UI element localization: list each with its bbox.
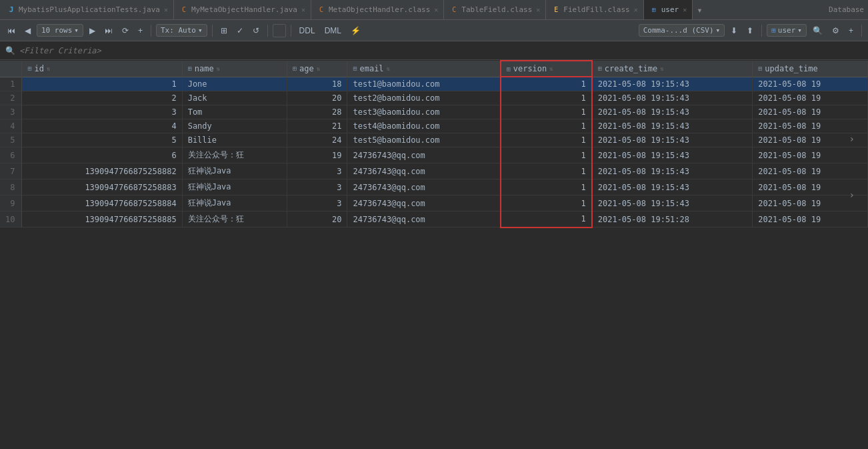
first-page-btn[interactable]: ⏮ [4, 25, 19, 37]
add-btn2[interactable]: + [845, 25, 857, 37]
col-header-email[interactable]: ⊞ email ⇅ [347, 61, 501, 77]
tx-dropdown[interactable]: Tx: Auto ▾ [156, 24, 207, 37]
row-number: 8 [0, 179, 22, 195]
cell-name: 关注公众号：狂 [182, 211, 287, 228]
next-page-btn[interactable]: ▶ [86, 25, 99, 37]
class-icon: C [449, 5, 459, 15]
data-table-container: ⊞ id ⇅ ⊞ name ⇅ ⊞ [0, 60, 868, 449]
sort-icon[interactable]: ⇅ [660, 65, 663, 72]
row-number: 2 [0, 91, 22, 105]
table-dropdown[interactable]: ⊞ user ▾ [767, 24, 807, 37]
separator [267, 25, 268, 37]
col-label: update_time [765, 64, 817, 73]
check-btn[interactable]: ✓ [233, 25, 247, 37]
cell-age: 19 [287, 147, 347, 163]
download-btn[interactable]: ⬇ [727, 25, 741, 37]
ddl-btn[interactable]: DDL [296, 25, 319, 37]
tab-label: MetaObjectHandler.class [329, 5, 430, 14]
cell-email: 24736743@qq.com [347, 211, 501, 228]
expand-right-icon2[interactable]: › [849, 189, 855, 200]
table-row: 1 1 Jone 18 test1@baomidou.com 1 2021-05… [0, 77, 868, 91]
cell-age: 20 [287, 211, 347, 228]
prev-page-btn[interactable]: ◀ [21, 25, 34, 37]
col-header-update-time[interactable]: ⊞ update_time [753, 61, 868, 77]
col-header-id[interactable]: ⊞ id ⇅ [22, 61, 182, 77]
last-page-btn[interactable]: ⏭ [101, 25, 116, 37]
cell-name: 狂神说Java [182, 195, 287, 211]
sort-icon[interactable]: ⇅ [47, 65, 50, 72]
sort-icon[interactable]: ⇅ [217, 65, 220, 72]
upload-btn[interactable]: ⬆ [743, 25, 757, 37]
cell-version: 1 [501, 133, 592, 147]
col-label: name [195, 64, 214, 73]
dropdown-arrow-icon: ▾ [198, 26, 203, 35]
sort-icon[interactable]: ⇅ [549, 65, 553, 72]
row-number: 6 [0, 147, 22, 163]
col-header-age[interactable]: ⊞ age ⇅ [287, 61, 347, 77]
tab-label: FieldFill.class [563, 5, 629, 14]
close-icon[interactable]: ✕ [301, 6, 305, 13]
cell-email: test2@baomidou.com [347, 91, 501, 105]
close-icon[interactable]: ✕ [434, 6, 438, 13]
query-icon[interactable]: ⚡ [347, 25, 364, 37]
cell-update-time: 2021-05-08 19 [753, 77, 868, 91]
cell-email: 24736743@qq.com [347, 179, 501, 195]
col-label: age [299, 64, 314, 73]
submit-btn[interactable]: ⊞ [217, 25, 231, 37]
separator [761, 25, 762, 37]
rows-dropdown[interactable]: 10 rows ▾ [37, 24, 83, 37]
cell-version: 1 [501, 147, 592, 163]
close-icon[interactable]: ✕ [634, 6, 638, 13]
tab-table-field[interactable]: C TableField.class ✕ [444, 0, 546, 19]
add-row-btn[interactable]: + [135, 25, 146, 37]
col-label: id [34, 64, 43, 73]
cell-id: 13909477668752588​85 [22, 211, 182, 228]
cell-age: 3 [287, 163, 347, 179]
tab-label: MybatisPlusApplicationTests.java [19, 5, 160, 14]
refresh-btn[interactable]: ⟳ [119, 25, 132, 37]
table-row: 3 3 Tom 28 test3@baomidou.com 1 2021-05-… [0, 105, 868, 119]
close-icon[interactable]: ✕ [683, 6, 687, 13]
cell-create-time: 2021-05-08 19:15:43 [592, 195, 753, 211]
zoom-btn[interactable]: 🔍 [809, 25, 826, 37]
cell-age: 3 [287, 195, 347, 211]
cell-update-time: 2021-05-08 19 [753, 211, 868, 228]
tab-user[interactable]: ⊞ user ✕ [644, 0, 693, 19]
tab-overflow-btn[interactable]: ▾ [693, 5, 706, 15]
cell-name: Jone [182, 77, 287, 91]
settings-btn[interactable]: ⚙ [829, 25, 843, 37]
expand-right-icon[interactable]: › [849, 133, 855, 144]
table-row: 4 4 Sandy 21 test4@baomidou.com 1 2021-0… [0, 119, 868, 133]
separator [212, 25, 213, 37]
filter-input[interactable] [19, 46, 121, 55]
col-type-icon: ⊞ [507, 65, 511, 73]
dml-btn[interactable]: DML [321, 25, 345, 37]
col-label: email [359, 64, 383, 73]
tab-meta-class[interactable]: C MetaObjectHandler.class ✕ [311, 0, 444, 19]
col-header-create-time[interactable]: ⊞ create_time ⇅ [592, 61, 753, 77]
col-type-icon: ⊞ [353, 65, 357, 72]
close-icon[interactable]: ✕ [536, 6, 540, 13]
sort-icon[interactable]: ⇅ [387, 65, 390, 72]
cell-email: test5@baomidou.com [347, 133, 501, 147]
col-header-name[interactable]: ⊞ name ⇅ [182, 61, 287, 77]
col-header-rownum [0, 61, 22, 77]
col-type-icon: ⊞ [27, 65, 31, 72]
cell-create-time: 2021-05-08 19:15:43 [592, 91, 753, 105]
side-panel-arrows: › › [849, 133, 855, 200]
cell-id: 4 [22, 119, 182, 133]
cell-version: 1 [501, 179, 592, 195]
tab-mybatis[interactable]: J MybatisPlusApplicationTests.java ✕ [1, 0, 174, 19]
col-header-version[interactable]: ⊞ version ⇅ [501, 61, 592, 77]
row-number: 10 [0, 211, 22, 228]
tab-meta-handler[interactable]: C MyMetaObjectHandler.java ✕ [174, 0, 311, 19]
cell-id: 13909477668752588​83 [22, 179, 182, 195]
cell-id: 13909477668752588​84 [22, 195, 182, 211]
export-dropdown[interactable]: Comma-...d (CSV) ▾ [639, 24, 725, 37]
tab-field-fill[interactable]: E FieldFill.class ✕ [546, 0, 643, 19]
close-icon[interactable]: ✕ [164, 6, 168, 13]
cell-age: 20 [287, 91, 347, 105]
rollback-btn[interactable]: ↺ [249, 25, 263, 37]
empty-btn[interactable] [273, 24, 286, 37]
sort-icon[interactable]: ⇅ [317, 65, 320, 72]
